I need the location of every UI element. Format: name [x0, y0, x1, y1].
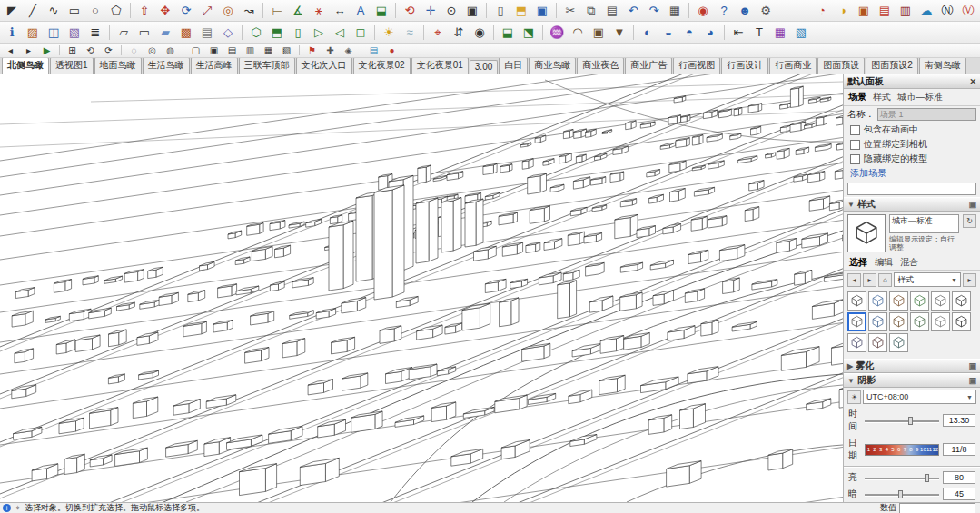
info-icon[interactable]: i	[3, 504, 11, 512]
textured-mode-icon[interactable]: ▩	[176, 23, 196, 43]
quick-style-2-icon[interactable]: ▣	[205, 44, 223, 57]
style-thumbnail[interactable]	[931, 291, 950, 311]
style-thumbnail[interactable]	[952, 312, 971, 331]
scene-tab[interactable]: 地面鸟瞰	[94, 58, 142, 74]
scene-tab[interactable]: 南侧鸟瞰	[919, 58, 966, 74]
scene-tab[interactable]: 商业鸟瞰	[529, 58, 576, 74]
unhide-all-icon[interactable]: ◍	[162, 44, 179, 57]
rectangle-tool-icon[interactable]: ▭	[64, 1, 84, 21]
protractor-tool-icon[interactable]: ∡	[288, 1, 308, 21]
solid-union-icon[interactable]: ◐	[638, 23, 658, 43]
front-view-icon[interactable]: ▯	[288, 23, 308, 43]
checkbox-icon[interactable]	[850, 125, 860, 135]
materials-icon[interactable]: ▨	[23, 23, 43, 43]
polygon-tool-icon[interactable]: ⬠	[106, 1, 126, 21]
export-image-icon[interactable]: ▤	[365, 44, 382, 57]
style-builder-icon[interactable]: ▥	[896, 1, 916, 21]
style-thumbnail[interactable]	[952, 291, 971, 311]
move-tool-icon[interactable]: ✥	[155, 1, 175, 21]
dark-value-box[interactable]: 45	[943, 488, 975, 500]
3d-viewport[interactable]	[0, 74, 843, 502]
warehouse-icon[interactable]: ▣	[854, 1, 874, 21]
date-value-box[interactable]: 11/8	[943, 443, 975, 456]
shadow-toggle-icon[interactable]: ☀	[847, 390, 861, 404]
pin-icon[interactable]: ▣	[968, 200, 976, 209]
light-slider[interactable]	[865, 474, 939, 482]
3d-text-tool-icon[interactable]: T	[749, 23, 769, 43]
hide-similar-icon[interactable]: ◎	[144, 44, 161, 57]
scene-tab[interactable]: 行画视图	[673, 58, 720, 74]
style-thumbnail[interactable]	[868, 291, 887, 311]
scene-tab[interactable]: 北侧鸟瞰	[2, 58, 49, 74]
record-animation-icon[interactable]: ●	[383, 44, 401, 57]
style-mode-tab[interactable]: 编辑	[875, 256, 893, 269]
scene-tab[interactable]: 图面预设	[817, 58, 865, 74]
hide-rest-icon[interactable]: ◌	[125, 44, 143, 57]
style-thumbnail[interactable]	[847, 312, 866, 331]
dimension-tool-icon[interactable]: ↔	[330, 1, 350, 21]
solid-trim-icon[interactable]: ◕	[700, 23, 720, 43]
smoove-tool-icon[interactable]: ◠	[568, 23, 588, 43]
view-previous-icon[interactable]: ⟲	[82, 44, 99, 57]
section-display-toggle-icon[interactable]: ⬓	[498, 23, 518, 43]
panel-tab[interactable]: 样式	[873, 91, 891, 104]
n-badge-icon[interactable]: Ⓝ	[937, 1, 957, 21]
styles-section-header[interactable]: ▼ 样式 ▣	[844, 197, 980, 212]
scene-tab[interactable]: 3.00	[470, 60, 498, 74]
scene-tab[interactable]: 图面预设2	[866, 58, 918, 74]
style-thumbnail[interactable]	[889, 312, 908, 331]
measurement-input[interactable]	[899, 503, 975, 513]
quick-style-5-icon[interactable]: ▦	[260, 44, 277, 57]
layers-icon[interactable]: ≣	[85, 23, 105, 43]
undo-icon[interactable]: ↶	[623, 1, 643, 21]
help-icon[interactable]: ?	[714, 1, 734, 21]
image-import-icon[interactable]: ▧	[791, 23, 811, 43]
copy-icon[interactable]: ⧉	[581, 1, 601, 21]
v-ray-icon[interactable]: Ⓥ	[958, 1, 978, 21]
view-next-icon[interactable]: ⟳	[100, 44, 117, 57]
style-name-input[interactable]: 城市—标准	[889, 214, 959, 233]
extension-b-icon[interactable]: ◑	[833, 1, 853, 21]
style-thumbnail[interactable]	[868, 333, 887, 352]
style-mode-tab[interactable]: 混合	[900, 256, 918, 269]
print-icon[interactable]: ▦	[665, 1, 685, 21]
snap-toggle-icon[interactable]: ◈	[340, 44, 357, 57]
scene-tab[interactable]: 行画设计	[721, 58, 768, 74]
scale-tool-icon[interactable]: ⤢	[197, 1, 217, 21]
guides-toggle-icon[interactable]: ✚	[322, 44, 339, 57]
light-value-box[interactable]: 80	[943, 471, 975, 484]
follow-me-tool-icon[interactable]: ↝	[239, 1, 259, 21]
style-collection-select[interactable]: 样式 ▼	[894, 272, 961, 287]
orbit-tool-icon[interactable]: ⟲	[400, 1, 420, 21]
scene-tab[interactable]: 商业夜色	[577, 58, 624, 74]
date-months-bar[interactable]: 123456789101112	[865, 444, 939, 456]
scene-tab[interactable]: 透视图1	[50, 58, 94, 74]
save-file-icon[interactable]: ▣	[532, 1, 552, 21]
line-tool-icon[interactable]: ╱	[23, 1, 43, 21]
scene-desc-input[interactable]	[847, 183, 976, 195]
shadows-toggle-icon[interactable]: ☀	[379, 23, 399, 43]
style-thumbnail[interactable]	[889, 291, 908, 311]
shadows-section-header[interactable]: ▼ 阴影 ▣	[844, 373, 980, 388]
scene-tab[interactable]: 行画商业	[769, 58, 817, 74]
panel-tab[interactable]: 场景	[848, 91, 866, 104]
detail-arrow-icon[interactable]: ▸	[963, 273, 976, 287]
position-camera-icon[interactable]: ⌖	[428, 23, 448, 43]
render-icon[interactable]: ◉	[693, 1, 713, 21]
axes-tool-icon[interactable]: ⚹	[309, 1, 329, 21]
quick-style-6-icon[interactable]: ▧	[278, 44, 295, 57]
style-thumbnail[interactable]	[931, 312, 950, 331]
section-cut-toggle-icon[interactable]: ⬔	[519, 23, 539, 43]
drape-tool-icon[interactable]: ▼	[609, 23, 629, 43]
zoom-window-icon[interactable]: ⊞	[64, 44, 81, 57]
top-view-icon[interactable]: ⬒	[267, 23, 287, 43]
text-tool-icon[interactable]: A	[351, 1, 371, 21]
quick-style-3-icon[interactable]: ▤	[223, 44, 241, 57]
scene-tab[interactable]: 文化次入口	[296, 58, 352, 74]
time-slider[interactable]	[865, 417, 939, 425]
style-thumbnail[interactable]	[847, 333, 866, 352]
freehand-tool-icon[interactable]: ∿	[44, 1, 64, 21]
quick-style-4-icon[interactable]: ▥	[242, 44, 259, 57]
scene-tab[interactable]: 生活高峰	[191, 58, 238, 74]
home-icon[interactable]: ⌂	[878, 273, 892, 287]
